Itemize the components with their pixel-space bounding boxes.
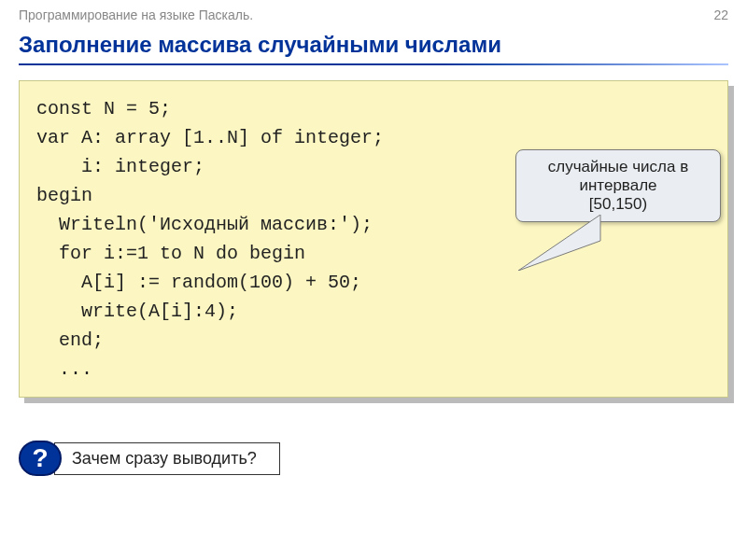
code-line: ... [36,358,92,380]
code-line: A[i] := random(100) + 50; [36,272,361,293]
code-line: begin [36,185,92,206]
callout-line3: [50,150) [526,195,711,214]
callout-line2: интервале [526,176,711,195]
code-line: end; [36,329,104,351]
header-bar: Программирование на языке Паскаль. 22 [0,0,747,26]
code-line: write(A[i]:4); [36,301,238,322]
code-line: Writeln('Исходный массив:'); [36,214,373,235]
question-row: ? Зачем сразу выводить? [19,441,728,476]
code-line: const N = 5; [36,98,171,119]
code-line: i: integer; [36,156,204,177]
code-container: const N = 5; var A: array [1..N] of inte… [19,80,728,398]
question-mark-badge: ? [19,441,62,476]
page-number: 22 [713,7,728,22]
title-underline [19,63,728,65]
code-box: const N = 5; var A: array [1..N] of inte… [19,80,728,398]
question-text: Зачем сразу выводить? [54,442,280,475]
code-line: for i:=1 to N do begin [36,243,305,264]
title-block: Заполнение массива случайными числами [0,26,747,60]
svg-marker-0 [518,215,600,271]
course-title: Программирование на языке Паскаль. [19,7,253,22]
callout-line1: случайные числа в [526,158,711,176]
slide-title: Заполнение массива случайными числами [19,32,728,58]
callout-box: случайные числа в интервале [50,150) [515,149,721,222]
code-line: var A: array [1..N] of integer; [36,127,384,148]
